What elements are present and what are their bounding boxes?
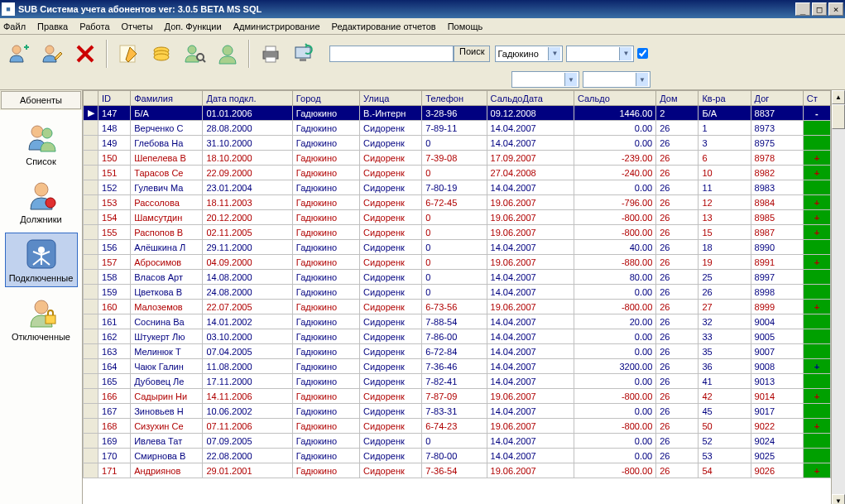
- table-row[interactable]: 150Шепелева В18.10.2000ГадюкиноСидоренк7…: [84, 151, 831, 166]
- user-green-button[interactable]: [212, 38, 243, 70]
- sidebar-item-список[interactable]: Список: [5, 117, 78, 170]
- cell-surname: Алёшкина Л: [131, 240, 203, 255]
- data-grid[interactable]: IDФамилияДата подкл.ГородУлицаТелефонСал…: [83, 90, 831, 504]
- cell-street: Сидоренк: [360, 449, 422, 463]
- filter2-combo[interactable]: ▼: [566, 46, 634, 62]
- column-header[interactable]: Дог: [751, 91, 803, 106]
- monitor-button[interactable]: [288, 38, 319, 70]
- column-header[interactable]: Фамилия: [131, 91, 203, 106]
- menu-помощь[interactable]: Помощь: [448, 22, 483, 31]
- column-header[interactable]: Город: [292, 91, 359, 106]
- filter4-combo[interactable]: ▼: [583, 71, 651, 88]
- table-row[interactable]: 148Верченко С28.08.2000ГадюкиноСидоренк7…: [84, 121, 831, 136]
- table-row[interactable]: 157Абросимов04.09.2000ГадюкиноСидоренк01…: [84, 255, 831, 270]
- menu-администрирование[interactable]: Администрирование: [233, 22, 320, 31]
- vertical-scrollbar[interactable]: ▲ ▼: [831, 90, 845, 504]
- print-button[interactable]: [255, 38, 286, 70]
- cell-street: Сидоренк: [360, 419, 422, 434]
- table-row[interactable]: 153Рассолова18.11.2003ГадюкиноСидоренк6-…: [84, 195, 831, 210]
- column-header[interactable]: Ст: [803, 91, 830, 106]
- sidebar-item-подключенные[interactable]: Подключенные: [5, 233, 78, 287]
- chevron-down-icon: ▼: [619, 47, 631, 60]
- close-button[interactable]: ×: [828, 2, 843, 16]
- cell-sdate: 19.06.2007: [487, 210, 574, 225]
- cell-dog: 9017: [751, 404, 803, 419]
- table-row[interactable]: 165Дубовец Ле17.11.2000ГадюкиноСидоренк7…: [84, 374, 831, 389]
- menu-работа[interactable]: Работа: [79, 22, 109, 31]
- coins-icon: [150, 42, 173, 65]
- column-header[interactable]: Кв-ра: [699, 91, 751, 106]
- user-search-button[interactable]: [179, 38, 210, 70]
- menu-файл[interactable]: Файл: [3, 22, 26, 31]
- table-row[interactable]: 152Гулевич Ма23.01.2004ГадюкиноСидоренк7…: [84, 180, 831, 195]
- minimize-button[interactable]: _: [795, 2, 810, 16]
- city-combo[interactable]: Гадюкино ▼: [495, 46, 563, 62]
- cell-dog: 8997: [751, 270, 803, 285]
- row-indicator: [84, 434, 98, 449]
- table-row[interactable]: 168Сизухин Се07.11.2006ГадюкиноСидоренк6…: [84, 419, 831, 434]
- table-row[interactable]: 171Андриянов29.01.2001ГадюкиноСидоренк7-…: [84, 463, 831, 478]
- column-header[interactable]: Дом: [656, 91, 699, 106]
- cell-saldo: 0.00: [574, 449, 655, 463]
- cell-surname: Дубовец Ле: [131, 374, 203, 389]
- table-row[interactable]: 167Зиновьев Н10.06.2002ГадюкиноСидоренк7…: [84, 404, 831, 419]
- scrollbar-track[interactable]: [832, 104, 845, 494]
- table-row[interactable]: 151Тарасов Се22.09.2000ГадюкиноСидоренк0…: [84, 166, 831, 180]
- cell-surname: Зиновьев Н: [131, 404, 203, 419]
- table-row[interactable]: 170Смирнова В22.08.2000ГадюкиноСидоренк7…: [84, 449, 831, 463]
- scroll-up-button[interactable]: ▲: [832, 90, 845, 104]
- delete-button[interactable]: [70, 38, 101, 70]
- scroll-down-button[interactable]: ▼: [832, 494, 845, 504]
- cell-sdate: 14.04.2007: [487, 240, 574, 255]
- table-row[interactable]: 155Распопов В02.11.2005ГадюкиноСидоренк0…: [84, 225, 831, 240]
- table-row[interactable]: 160Малоземов22.07.2005ГадюкиноСидоренк6-…: [84, 300, 831, 314]
- column-header[interactable]: Улица: [360, 91, 422, 106]
- column-header[interactable]: Сальдо: [574, 91, 655, 106]
- table-row[interactable]: 149Глебова На31.10.2000ГадюкиноСидоренк0…: [84, 136, 831, 151]
- city-combo-value: Гадюкино: [497, 49, 546, 59]
- menu-доп. функции[interactable]: Доп. Функции: [165, 22, 222, 31]
- column-header[interactable]: Дата подкл.: [203, 91, 292, 106]
- cell-city: Гадюкино: [292, 270, 359, 285]
- add-user-button[interactable]: [3, 38, 35, 70]
- maximize-button[interactable]: □: [812, 2, 827, 16]
- table-row[interactable]: 164Чаюк Галин11.08.2000ГадюкиноСидоренк7…: [84, 359, 831, 374]
- note-button[interactable]: [113, 38, 144, 70]
- cell-tel: 7-87-09: [422, 389, 487, 404]
- sidebar-item-отключенные[interactable]: Отключенные: [5, 292, 78, 345]
- search-input[interactable]: [329, 46, 454, 62]
- table-row[interactable]: ▶147Б/А01.01.2006ГадюкиноВ.-Интерн3-28-9…: [84, 106, 831, 121]
- cell-saldo: 0.00: [574, 136, 655, 151]
- table-row[interactable]: 159Цветкова В24.08.2000ГадюкиноСидоренк0…: [84, 285, 831, 300]
- table-row[interactable]: 156Алёшкина Л29.11.2000ГадюкиноСидоренк0…: [84, 240, 831, 255]
- filter3-combo[interactable]: ▼: [511, 71, 579, 88]
- column-header[interactable]: Телефон: [422, 91, 487, 106]
- filter-checkbox[interactable]: [637, 48, 648, 59]
- cell-surname: Садырин Ни: [131, 389, 203, 404]
- table-row[interactable]: 169Ивлева Тат07.09.2005ГадюкиноСидоренк0…: [84, 434, 831, 449]
- column-header[interactable]: ID: [98, 91, 131, 106]
- table-row[interactable]: 158Власов Арт14.08.2000ГадюкиноСидоренк0…: [84, 270, 831, 285]
- table-row[interactable]: 163Мелинюк Т07.04.2005ГадюкиноСидоренк6-…: [84, 344, 831, 359]
- table-row[interactable]: 162Штукерт Лю03.10.2000ГадюкиноСидоренк7…: [84, 329, 831, 344]
- table-row[interactable]: 154Шамсутдин20.12.2000ГадюкиноСидоренк01…: [84, 210, 831, 225]
- sidebar-item-должники[interactable]: Должники: [5, 175, 78, 228]
- cell-house: 26: [656, 449, 699, 463]
- payments-button[interactable]: [146, 38, 177, 70]
- table-row[interactable]: 161Соснина Ва14.01.2002ГадюкиноСидоренк7…: [84, 314, 831, 329]
- menu-отчеты[interactable]: Отчеты: [122, 22, 153, 31]
- search-button[interactable]: Поиск: [454, 46, 490, 62]
- sidebar-tab-subscribers[interactable]: Абоненты: [1, 91, 81, 109]
- scrollbar-thumb[interactable]: [832, 104, 845, 129]
- edit-user-button[interactable]: [36, 38, 68, 70]
- cell-id: 165: [98, 374, 131, 389]
- menu-правка[interactable]: Правка: [37, 22, 68, 31]
- row-indicator: [84, 314, 98, 329]
- cell-status: +: [803, 389, 830, 404]
- cell-id: 161: [98, 314, 131, 329]
- cell-date: 31.10.2000: [203, 136, 292, 151]
- cell-dog: 9007: [751, 344, 803, 359]
- menu-редактирование отчетов[interactable]: Редактирование отчетов: [332, 22, 436, 31]
- column-header[interactable]: СальдоДата: [487, 91, 574, 106]
- table-row[interactable]: 166Садырин Ни14.11.2006ГадюкиноСидоренк7…: [84, 389, 831, 404]
